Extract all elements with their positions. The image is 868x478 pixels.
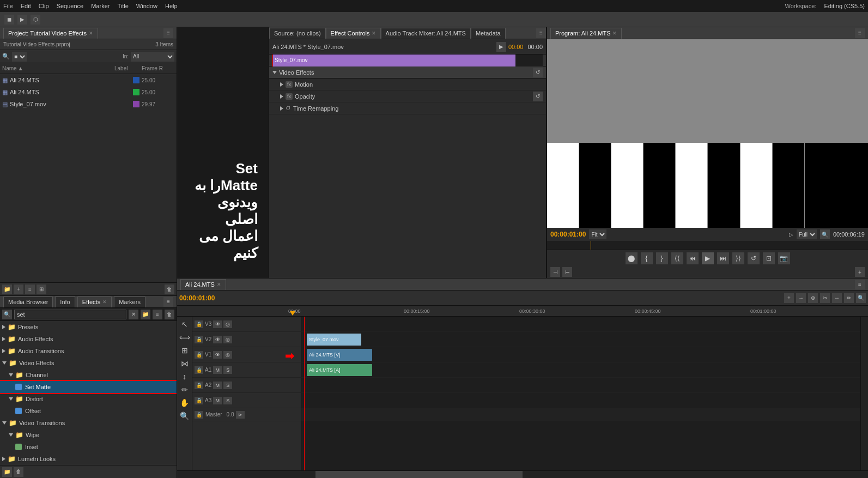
tree-item-wipe[interactable]: 📁 Wipe xyxy=(0,429,177,441)
tree-item-channel[interactable]: 📁 Channel xyxy=(0,369,177,381)
program-panel-menu[interactable]: ≡ xyxy=(855,28,865,38)
pen-tool[interactable]: ✏ xyxy=(179,384,190,395)
eye-v2[interactable]: 👁 xyxy=(213,336,222,343)
lock-master[interactable]: 🔒 xyxy=(195,411,203,419)
tab-info[interactable]: Info xyxy=(55,297,75,307)
in-dropdown[interactable]: All xyxy=(131,52,174,62)
go-in-button[interactable]: ⟨⟨ xyxy=(671,252,683,264)
new-custom-bin-button[interactable]: 📁 xyxy=(141,310,150,319)
zoom-button[interactable]: 🔍 xyxy=(820,229,830,239)
lock-a2[interactable]: 🔒 xyxy=(195,382,203,389)
delete-custom-btn[interactable]: 🗑 xyxy=(14,467,23,477)
project-panel-menu[interactable]: ≡ xyxy=(163,28,173,38)
add-track-button[interactable]: + xyxy=(784,293,794,303)
tab-markers[interactable]: Markers xyxy=(114,297,145,307)
menu-item-marker[interactable]: Marker xyxy=(91,3,110,9)
fit-dropdown[interactable]: Fit xyxy=(589,229,606,239)
lock-v1[interactable]: 🔒 xyxy=(195,351,203,359)
pen-button[interactable]: ✏ xyxy=(844,293,854,303)
menu-item-window[interactable]: Window xyxy=(136,3,157,9)
trim-in-button[interactable]: ⊣ xyxy=(550,267,560,277)
effects-panel-menu[interactable]: ≡ xyxy=(163,297,173,307)
project-tab-close[interactable]: ✕ xyxy=(89,31,93,36)
tab-program[interactable]: Program: Ali 24.MTS ✕ xyxy=(550,28,622,39)
tab-audio-track-mixer[interactable]: Audio Track Mixer: Ali 24.MTS xyxy=(381,28,471,39)
project-tab[interactable]: Project: Tutorial Video Effects ✕ xyxy=(3,28,98,39)
timeline-timecode[interactable]: 00:00:01:00 xyxy=(179,294,215,302)
list-view-button[interactable]: ≡ xyxy=(25,285,35,294)
export-frame-button[interactable]: 📷 xyxy=(778,252,790,264)
menu-item-file[interactable]: File xyxy=(3,3,13,9)
mute-a3[interactable]: M xyxy=(213,397,222,404)
tab-media-browser[interactable]: Media Browser xyxy=(3,297,53,307)
hand-tool[interactable]: ✋ xyxy=(179,397,190,408)
list-item[interactable]: ▦ Ali 24.MTS 25.00 xyxy=(0,86,177,98)
timeline-tab-close[interactable]: ✕ xyxy=(217,282,221,287)
find-button[interactable]: ≡ xyxy=(153,310,162,319)
clip-ali-a[interactable]: Ali 24.MTS [A] xyxy=(307,364,372,376)
rolling-edit-tool[interactable]: ⋈ xyxy=(179,358,190,369)
project-view-dropdown[interactable]: ■ xyxy=(12,52,27,62)
zoom-button[interactable]: 🔍 xyxy=(856,293,866,303)
menu-item-title[interactable]: Title xyxy=(117,3,128,9)
track-select-button[interactable]: → xyxy=(796,293,806,303)
timeline-panel-menu[interactable]: ≡ xyxy=(855,280,865,289)
program-timecode[interactable]: 00:00:01:00 xyxy=(550,231,586,238)
zoom-tool[interactable]: 🔍 xyxy=(179,410,190,421)
program-scrubber[interactable] xyxy=(547,241,868,250)
ripple-button[interactable]: ⊕ xyxy=(808,293,818,303)
clear-search-button[interactable]: ✕ xyxy=(129,310,138,319)
safe-margins-button[interactable]: ⊡ xyxy=(763,252,775,264)
slip-button[interactable]: ↔ xyxy=(832,293,842,303)
delete-effect-button[interactable]: 🗑 xyxy=(165,310,174,319)
tree-item-distort[interactable]: 📁 Distort xyxy=(0,393,177,405)
play-button[interactable]: ▶ xyxy=(702,252,714,264)
new-custom-bin-btn[interactable]: 📁 xyxy=(2,467,12,477)
icon-view-button[interactable]: ⊞ xyxy=(37,285,46,294)
eye-v3[interactable]: 👁 xyxy=(213,320,222,328)
razor-button[interactable]: ✂ xyxy=(820,293,830,303)
step-back-button[interactable]: ⏮ xyxy=(687,252,699,264)
step-forward-button[interactable]: ⏭ xyxy=(717,252,729,264)
add-clip-button[interactable]: + xyxy=(855,267,865,277)
list-item[interactable]: ▦ Ali 24.MTS 25.00 xyxy=(0,74,177,86)
tree-item-audio-transitions[interactable]: 📁 Audio Transitions xyxy=(0,345,177,357)
mute-a2[interactable]: M xyxy=(213,382,222,389)
lock-v3[interactable]: 🔒 xyxy=(195,320,203,328)
search-input[interactable] xyxy=(14,310,126,319)
mark-in-button[interactable]: ⬤ xyxy=(626,252,638,264)
tree-item-presets[interactable]: 📁 Presets xyxy=(0,321,177,333)
tab-effect-controls[interactable]: Effect Controls ✕ xyxy=(326,28,381,39)
ec-panel-menu[interactable]: ≡ xyxy=(536,28,546,38)
tree-item-set-matte[interactable]: Set Matte xyxy=(0,381,177,393)
mute-a1[interactable]: M xyxy=(213,366,222,374)
tree-item-audio-effects[interactable]: 📁 Audio Effects xyxy=(0,333,177,345)
scroll-thumb[interactable] xyxy=(315,471,523,478)
menu-item-help[interactable]: Help xyxy=(165,3,178,9)
list-item[interactable]: ▤ Style_07.mov 29.97 xyxy=(0,98,177,110)
lock-a1[interactable]: 🔒 xyxy=(195,366,203,374)
toolbar-btn-1[interactable]: ◼ xyxy=(4,15,14,25)
program-tab-close[interactable]: ✕ xyxy=(612,31,617,36)
solo-a3[interactable]: S xyxy=(223,397,232,404)
ec-tab-close[interactable]: ✕ xyxy=(372,31,376,36)
master-expand[interactable]: ⊳ xyxy=(236,411,245,419)
solo-a1[interactable]: S xyxy=(223,366,232,374)
solo-a2[interactable]: S xyxy=(223,382,232,389)
tab-effects[interactable]: Effects ✕ xyxy=(77,297,112,307)
workspace-value[interactable]: Editing (CS5.5) xyxy=(824,3,865,9)
tab-source[interactable]: Source: (no clips) xyxy=(269,28,326,39)
effects-tab-close[interactable]: ✕ xyxy=(102,299,107,305)
opacity-reset-icon[interactable]: ↺ xyxy=(533,92,543,101)
search-icon-btn[interactable]: 🔍 xyxy=(2,310,12,319)
menu-item-edit[interactable]: Edit xyxy=(21,3,31,9)
ec-playhead-btn[interactable]: ▶ xyxy=(496,42,506,52)
mark-out-button[interactable]: { xyxy=(641,252,653,264)
sync-v2[interactable]: ◎ xyxy=(223,336,232,343)
go-out-button[interactable]: ⟩⟩ xyxy=(732,252,744,264)
lock-a3[interactable]: 🔒 xyxy=(195,397,203,404)
trim-out-button[interactable]: ⊢ xyxy=(562,267,572,277)
cursor-tool[interactable]: ↖ xyxy=(179,319,190,330)
tab-timeline[interactable]: Ali 24.MTS ✕ xyxy=(180,279,226,290)
new-bin-button[interactable]: 📁 xyxy=(2,285,12,294)
